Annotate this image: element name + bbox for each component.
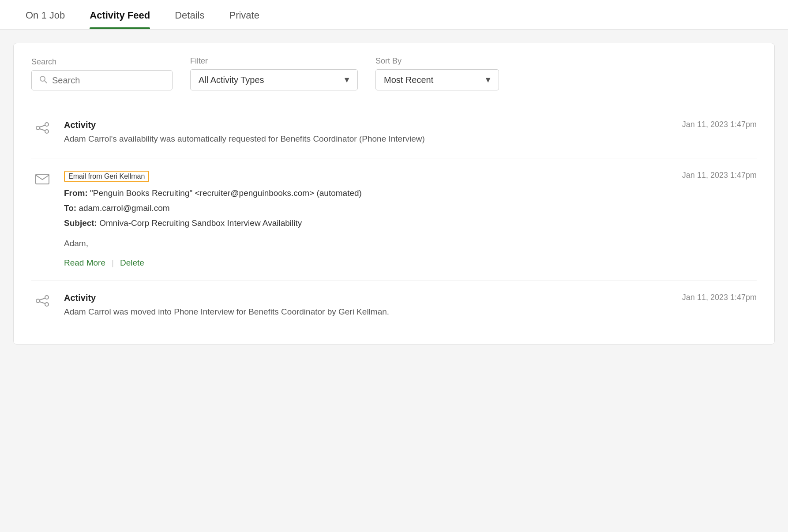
- svg-line-6: [40, 129, 45, 131]
- activity-item-2: Activity Jan 11, 2023 1:47pm Adam Carrol…: [31, 281, 757, 331]
- email-item-1: Email from Geri Kellman Jan 11, 2023 1:4…: [31, 158, 757, 281]
- sort-label: Sort By: [375, 56, 499, 66]
- sort-select[interactable]: Most Recent: [375, 69, 499, 90]
- email-actions: Read More | Delete: [64, 258, 757, 268]
- email-to-label: To:: [64, 203, 76, 213]
- email-title-box: Email from Geri Kellman: [64, 171, 149, 182]
- tab-private[interactable]: Private: [217, 0, 271, 29]
- svg-point-9: [45, 296, 49, 299]
- email-body-text: Adam,: [64, 239, 757, 248]
- email-to-line: To: adam.carrol@gmail.com: [64, 201, 757, 216]
- activity-icon-col-2: [31, 293, 53, 311]
- svg-point-4: [45, 130, 49, 133]
- svg-point-3: [45, 123, 49, 126]
- activity-header-row-2: Activity Jan 11, 2023 1:47pm: [64, 293, 757, 303]
- email-subject-line: Subject: Omniva-Corp Recruiting Sandbox …: [64, 216, 757, 231]
- page-container: On 1 Job Activity Feed Details Private S…: [0, 0, 788, 358]
- filter-group: Filter All Activity Types ▼: [190, 56, 358, 90]
- email-to-value: adam.carrol@gmail.com: [79, 203, 169, 213]
- activity-header-row-1: Activity Jan 11, 2023 1:47pm: [64, 120, 757, 130]
- search-icon: [39, 75, 48, 86]
- filter-label: Filter: [190, 56, 358, 66]
- svg-line-12: [40, 302, 45, 303]
- read-more-button[interactable]: Read More: [64, 258, 105, 268]
- activity-type-icon-2: [34, 293, 50, 311]
- search-input[interactable]: [52, 75, 165, 86]
- activity-title-1: Activity: [64, 120, 96, 130]
- tab-activity-feed[interactable]: Activity Feed: [77, 0, 162, 29]
- sort-select-wrapper: Most Recent ▼: [375, 69, 499, 90]
- email-from-line: From: "Penguin Books Recruiting" <recrui…: [64, 186, 757, 201]
- svg-line-5: [40, 125, 45, 127]
- activity-item-1: Activity Jan 11, 2023 1:47pm Adam Carrol…: [31, 108, 757, 158]
- action-divider: |: [112, 258, 114, 268]
- filter-select-wrapper: All Activity Types ▼: [190, 69, 358, 90]
- sort-group: Sort By Most Recent ▼: [375, 56, 499, 90]
- email-title-container: Email from Geri Kellman: [64, 171, 149, 183]
- email-from-label: From:: [64, 188, 88, 198]
- svg-point-10: [45, 303, 49, 306]
- svg-line-1: [45, 81, 47, 83]
- svg-point-8: [36, 299, 40, 303]
- filter-select[interactable]: All Activity Types: [190, 69, 358, 90]
- main-content: Search Filter: [0, 30, 788, 358]
- activity-timestamp-1: Jan 11, 2023 1:47pm: [682, 120, 757, 129]
- activity-timestamp-2: Jan 11, 2023 1:47pm: [682, 293, 757, 302]
- activity-icon-col-1: [31, 120, 53, 138]
- email-icon: [34, 171, 50, 188]
- svg-line-11: [40, 298, 45, 300]
- activity-body-1: Activity Jan 11, 2023 1:47pm Adam Carrol…: [64, 120, 757, 146]
- delete-button[interactable]: Delete: [120, 258, 144, 268]
- email-header-row: Email from Geri Kellman Jan 11, 2023 1:4…: [64, 171, 757, 183]
- activity-title-2: Activity: [64, 293, 96, 303]
- email-from-text: from Geri Kellman: [86, 172, 145, 180]
- svg-point-2: [36, 126, 40, 130]
- feed-card: Search Filter: [13, 43, 775, 345]
- search-group: Search: [31, 57, 173, 90]
- filter-bar: Search Filter: [31, 56, 757, 103]
- tab-details[interactable]: Details: [162, 0, 217, 29]
- activity-desc-2: Adam Carrol was moved into Phone Intervi…: [64, 306, 757, 318]
- email-from-value: "Penguin Books Recruiting" <recruiter@pe…: [90, 188, 362, 198]
- email-subject-label: Subject:: [64, 218, 97, 228]
- tabs-bar: On 1 Job Activity Feed Details Private: [0, 0, 788, 30]
- email-icon-col: [31, 171, 53, 188]
- tab-on-1-job[interactable]: On 1 Job: [13, 0, 77, 29]
- activity-desc-1: Adam Carrol's availability was automatic…: [64, 133, 757, 146]
- activity-body-2: Activity Jan 11, 2023 1:47pm Adam Carrol…: [64, 293, 757, 318]
- email-subject-value: Omniva-Corp Recruiting Sandbox Interview…: [99, 218, 302, 228]
- email-label: Email: [68, 172, 86, 180]
- email-body: Email from Geri Kellman Jan 11, 2023 1:4…: [64, 171, 757, 268]
- search-input-wrapper[interactable]: [31, 70, 173, 90]
- activity-type-icon-1: [34, 120, 50, 138]
- search-label: Search: [31, 57, 173, 67]
- email-timestamp: Jan 11, 2023 1:47pm: [682, 171, 757, 180]
